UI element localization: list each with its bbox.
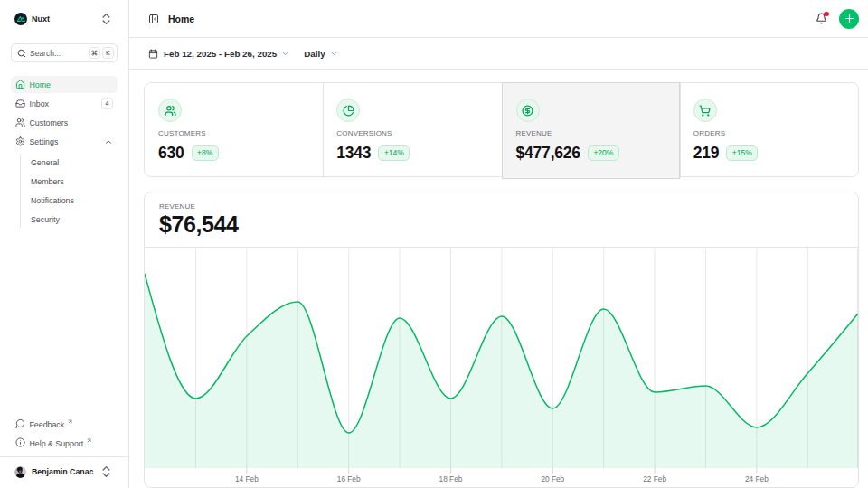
svg-text:16 Feb: 16 Feb bbox=[337, 474, 361, 483]
svg-text:24 Feb: 24 Feb bbox=[745, 474, 769, 483]
svg-text:22 Feb: 22 Feb bbox=[643, 474, 666, 483]
svg-text:14 Feb: 14 Feb bbox=[235, 474, 259, 483]
svg-text:18 Feb: 18 Feb bbox=[439, 474, 463, 483]
svg-text:20 Feb: 20 Feb bbox=[541, 474, 564, 483]
